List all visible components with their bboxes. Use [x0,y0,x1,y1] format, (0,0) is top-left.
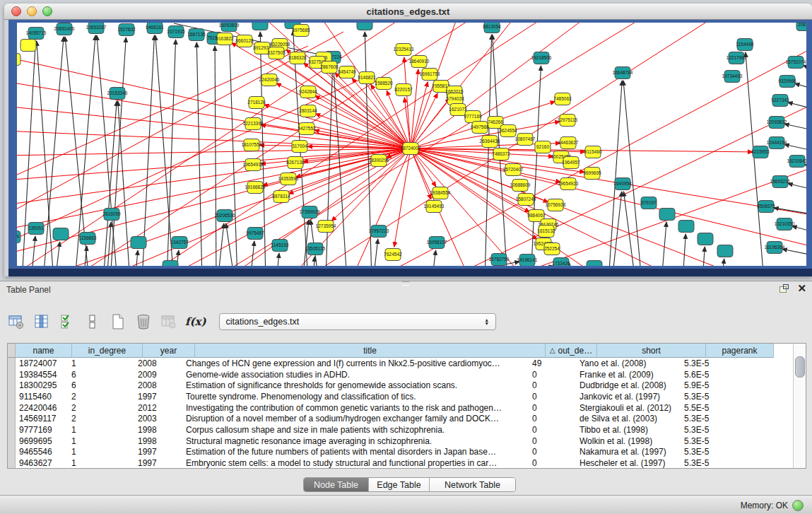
graph-node[interactable] [17,54,20,66]
graph-node[interactable]: 8454749 [338,66,356,78]
citation-edge-black[interactable] [623,81,642,266]
table-row[interactable]: 1830029562008Estimation of significance … [15,380,794,391]
citation-edge-black[interactable] [215,46,216,266]
graph-node[interactable]: 1145193 [271,240,289,252]
column-header-short[interactable]: short [597,344,706,358]
graph-node[interactable]: 16958107 [427,237,447,249]
graph-node[interactable]: 12975115 [558,115,578,127]
graph-node[interactable]: 7486372 [492,148,510,160]
graph-node[interactable]: 19654935 [243,159,264,171]
graph-node[interactable] [698,233,713,245]
citation-edge-black[interactable] [722,259,724,266]
graph-node[interactable]: 7485063 [553,93,572,105]
graph-node[interactable] [163,261,178,267]
table-settings-icon[interactable] [7,313,25,331]
graph-node[interactable]: 15720407 [503,164,524,176]
graph-node[interactable]: 317004 [292,141,307,153]
graph-node[interactable]: 15807249 [516,194,536,206]
graph-node[interactable]: 20691406 [54,23,75,35]
table-row[interactable]: 2242004622012Investigating the contribut… [15,402,794,414]
graph-node[interactable]: 9427552 [298,123,316,135]
graph-node[interactable]: 2718126 [247,97,266,109]
graph-node[interactable]: 8660128 [235,35,254,47]
graph-node[interactable]: 9115460 [584,146,602,158]
citation-edge-black[interactable] [608,81,622,266]
scrollbar-thumb[interactable] [795,356,805,378]
graph-node[interactable]: 39159 [17,231,20,243]
table-selector-combo[interactable]: citations_edges.txt ▲▼ [219,313,496,330]
graph-node[interactable]: 679197 [641,197,657,209]
delete-table-icon[interactable] [160,313,177,331]
graph-node[interactable]: 2803144 [299,105,317,117]
function-icon[interactable]: f(x) [185,315,206,328]
graph-node[interactable]: 1640954 [613,178,632,190]
graph-node[interactable]: 1733426 [552,258,570,267]
network-canvas[interactable]: 1405571520691406106532871527602646616110… [17,23,806,266]
graph-node[interactable]: 3624554 [499,125,517,137]
graph-node[interactable]: 62160 [535,141,551,153]
graph-node[interactable]: 22420046 [259,74,280,86]
graph-node[interactable] [53,228,69,240]
column-header-in_degree[interactable]: in_degree [72,344,143,358]
citation-edge-black[interactable] [135,250,138,266]
citation-edge-black[interactable] [792,226,806,233]
citation-edge-black[interactable] [313,257,314,266]
citation-edge-black[interactable] [784,144,806,151]
graph-node[interactable]: 9975487 [246,228,264,240]
table-row[interactable]: 911546021997Tourette syndrome. Phenomeno… [15,391,794,402]
citation-edge-black[interactable] [788,184,806,190]
graph-node[interactable]: 8186328 [288,52,307,64]
graph-node[interactable]: 8878314 [272,191,290,203]
citation-edge-black[interactable] [17,245,18,266]
graph-node[interactable]: 6497568 [471,122,489,134]
graph-node[interactable]: 20206536 [215,210,235,222]
citation-edge-red[interactable] [17,148,411,255]
citation-edge-black[interactable] [142,35,154,266]
graph-node[interactable]: 15751074 [786,57,806,69]
graph-node[interactable]: 8813054 [483,23,501,33]
graph-node[interactable]: 9146821 [358,72,376,84]
citation-edge-black[interactable] [196,42,202,266]
graph-node[interactable]: 10210350 [775,218,795,230]
graph-node[interactable]: 1615132 [537,226,555,238]
tab-edge-table[interactable]: Edge Table [369,478,430,491]
graph-node[interactable] [587,261,602,267]
graph-node[interactable]: 1527602 [117,24,136,36]
citation-edge-red[interactable] [411,23,513,148]
graph-node[interactable]: 20871 [796,23,806,31]
graph-node[interactable]: 1588520 [375,78,393,90]
citation-edge-black[interactable] [229,33,237,266]
graph-node[interactable]: 9227343 [771,95,789,107]
delete-trash-icon[interactable] [134,313,152,331]
graph-node[interactable] [131,237,146,249]
graph-node[interactable]: 19218506 [531,52,552,64]
graph-node[interactable]: 10688609 [510,180,531,192]
graph-node[interactable]: 9699695 [583,168,601,180]
graph-node[interactable]: 16961758 [420,69,440,81]
citation-edge-black[interactable] [55,242,60,266]
citation-edge-red[interactable] [411,148,560,182]
graph-node[interactable]: 12217987 [726,52,747,64]
graph-node[interactable]: 6466161 [146,23,164,34]
graph-node[interactable]: 16782759 [489,254,510,266]
graph-node[interactable]: 10807487 [515,134,536,146]
citation-edge-black[interactable] [795,83,806,90]
citation-edge-red[interactable] [411,148,806,216]
column-header-pagerank[interactable]: pagerank [706,344,774,358]
graph-node[interactable]: 17359928 [300,206,320,218]
citation-edge-red[interactable] [304,63,411,148]
graph-node[interactable]: 10653287 [86,23,107,34]
citation-edge-black[interactable] [784,124,806,131]
graph-node[interactable]: 8267130 [286,157,305,169]
graph-node[interactable] [357,23,372,30]
citation-edge-black[interactable] [373,239,378,266]
table-row[interactable]: 1938455462009Genome-wide association stu… [15,369,794,380]
tab-network-table[interactable]: Network Table [430,478,515,491]
citation-edge-black[interactable] [782,249,806,256]
citation-edge-red[interactable] [314,130,411,148]
graph-node[interactable]: 252254 [544,243,560,255]
graph-node[interactable]: 26364436 [480,136,500,148]
citation-edge-black[interactable] [432,250,436,266]
row-height-icon[interactable] [83,313,101,331]
graph-node[interactable]: 19654923 [558,178,579,190]
